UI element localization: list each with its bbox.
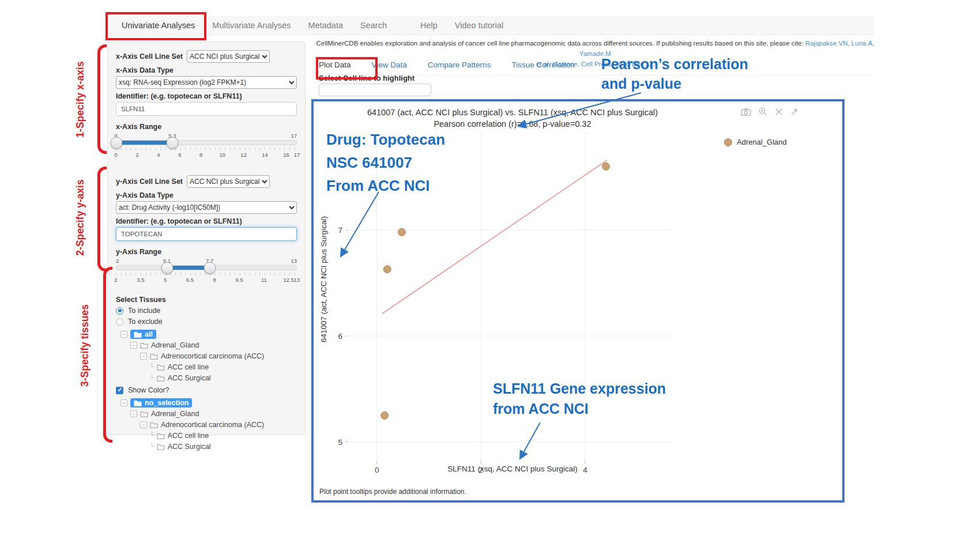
exclude-radio-label: To exclude [128, 318, 163, 326]
slider-tick-label: 11 [261, 277, 267, 283]
y-data-type-select[interactable]: act: Drug Activity (-log10[IC50M]) [116, 201, 297, 214]
plot-footnote: Plot point tooltips provide additional i… [319, 488, 466, 496]
scatter-point[interactable] [383, 266, 391, 273]
tree-expander-icon[interactable]: − [130, 410, 137, 417]
slider-handle[interactable] [111, 137, 123, 149]
red-bracket-step2 [97, 167, 107, 271]
slider-tick-label: 2 [135, 152, 138, 158]
y-identifier-input[interactable] [116, 227, 297, 241]
pan-icon[interactable] [775, 108, 783, 116]
slider-track[interactable] [116, 140, 297, 145]
folder-icon [140, 410, 148, 417]
folder-icon [157, 443, 165, 450]
tree-node-label: ACC Surgical [168, 443, 211, 451]
tree-node-label: Adrenocortical carcinoma (ACC) [161, 352, 264, 360]
y-tick-label: 7 [338, 226, 342, 235]
nav-item-univariate-analyses[interactable]: Univariate Analyses [113, 21, 203, 30]
tree-node-label: no_selection [145, 399, 189, 407]
tree-node-label: ACC Surgical [168, 374, 211, 382]
folder-icon [157, 432, 165, 439]
tree-node-label: Adrenal_Gland [151, 410, 199, 418]
x-range-slider[interactable]: 1705.3024681012141617 [116, 133, 297, 163]
tree-expander-icon[interactable]: − [140, 353, 147, 360]
slider-tick-label: 17 [294, 152, 300, 158]
highlight-cell-line-input[interactable] [319, 84, 431, 96]
tab-view-data[interactable]: View Data [372, 61, 407, 69]
page: Univariate Analyses Multivariate Analyse… [0, 0, 980, 551]
slider-handle[interactable] [167, 137, 179, 149]
show-color-checkbox[interactable] [116, 387, 123, 394]
tree-node[interactable]: −no_selection [120, 397, 297, 408]
x-cell-line-set-select[interactable]: ACC NCI plus Surgical [187, 50, 270, 63]
tree-node-label: Adrenocortical carcinoma (ACC) [161, 421, 264, 429]
slider-tick-label: 10 [219, 152, 225, 158]
reset-axes-icon[interactable] [790, 108, 798, 116]
y-tick-label: 6 [338, 332, 342, 341]
step3-label: 3-Specify tissues [79, 288, 91, 403]
nav-item-metadata[interactable]: Metadata [300, 21, 352, 30]
nav-item-search[interactable]: Search [352, 21, 395, 30]
tree-elbow-connector: └ [150, 443, 154, 450]
show-color-row[interactable]: Show Color? [116, 386, 297, 394]
tree-node[interactable]: −Adrenal_Gland [120, 408, 297, 419]
slider-track[interactable] [116, 265, 297, 270]
slider-tick-label: 0 [114, 152, 117, 158]
tab-plot-data[interactable]: Plot Data [319, 61, 351, 69]
chart-title: 641007 (act, ACC NCI plus Surgical) vs. … [314, 108, 711, 117]
tab-compare-patterns[interactable]: Compare Patterns [428, 61, 491, 69]
red-bracket-step3 [103, 267, 112, 443]
tree-elbow-connector: └ [150, 432, 154, 439]
tree-expander-icon[interactable]: − [120, 399, 127, 406]
slider-tick-label: 14 [262, 152, 268, 158]
x-data-type-select[interactable]: xsq: RNA-seq Expression (log2 FPKM+1) [116, 76, 297, 89]
y-range-slider[interactable]: 2135.17.723.556.589.51112.513 [116, 258, 297, 288]
tissues-include-radio-row[interactable]: To include [116, 307, 297, 315]
tree-node[interactable]: −Adrenocortical carcinoma (ACC) [120, 350, 297, 361]
tissues-exclude-radio-row[interactable]: To exclude [116, 318, 297, 326]
scatter-point[interactable] [398, 228, 406, 236]
include-radio[interactable] [116, 307, 123, 315]
tree-node[interactable]: └ACC cell line [120, 430, 297, 441]
tree-expander-icon[interactable]: − [130, 342, 137, 349]
tree-node[interactable]: └ACC Surgical [120, 441, 297, 452]
x-identifier-input[interactable] [116, 102, 297, 116]
slider-tick-label: 6.5 [186, 277, 194, 283]
y-tick-label: 5 [338, 438, 342, 447]
folder-icon [150, 421, 158, 428]
tree-node[interactable]: −Adrenal_Gland [120, 339, 297, 350]
tree-node-label: Adrenal_Gland [151, 341, 199, 349]
nav-item-multivariate-analyses[interactable]: Multivariate Analyses [203, 21, 299, 30]
slider-handle[interactable] [203, 262, 216, 274]
tree-node[interactable]: └ACC cell line [120, 361, 297, 372]
slider-tick-label: 16 [283, 152, 289, 158]
camera-icon[interactable] [741, 108, 751, 116]
zoom-icon[interactable] [759, 107, 767, 116]
tree-node-label: ACC cell line [168, 432, 209, 440]
scatter-point[interactable] [381, 412, 389, 419]
gene-annotation: SLFN11 Gene expression from ACC NCI [493, 379, 666, 419]
nav-item-video-tutorial[interactable]: Video tutorial [446, 21, 512, 30]
x-identifier-label: Identifier: (e.g. topotecan or SLFN11) [116, 92, 297, 100]
nav-item-help[interactable]: Help [412, 21, 446, 30]
tree-expander-icon[interactable]: − [120, 331, 127, 338]
pearson-annotation: Pearson’s correlation and p-value [601, 54, 748, 93]
tree-node[interactable]: −Adrenocortical carcinoma (ACC) [120, 419, 297, 430]
slider-tick-label: 4 [157, 152, 160, 158]
folder-icon [140, 342, 148, 349]
y-axis-title: 641007 (act, ACC NCI plus Surgical) [319, 164, 328, 395]
control-sidebar: x-Axis Cell Line Set ACC NCI plus Surgic… [107, 41, 306, 435]
tree-node[interactable]: └ACC Surgical [120, 372, 297, 383]
tab-tissue-correlation[interactable]: Tissue Correlation [511, 61, 574, 69]
legend-item-adrenal-gland[interactable]: Adrenal_Gland [724, 138, 787, 146]
exclude-radio[interactable] [116, 318, 123, 326]
drug-annotation: Drug: Topotecan NSC 641007 From ACC NCI [326, 128, 445, 197]
slider-tick-label: 12.5 [283, 277, 294, 283]
scatter-point[interactable] [602, 163, 610, 170]
slider-tick-label: 2 [114, 277, 117, 283]
slider-tick-label: 5 [164, 277, 167, 283]
tree-node[interactable]: −all [120, 329, 297, 339]
slider-handle[interactable] [161, 262, 173, 274]
folder-icon [157, 364, 165, 371]
tree-expander-icon[interactable]: − [140, 421, 147, 428]
y-cell-line-set-select[interactable]: ACC NCI plus Surgical [187, 175, 270, 188]
